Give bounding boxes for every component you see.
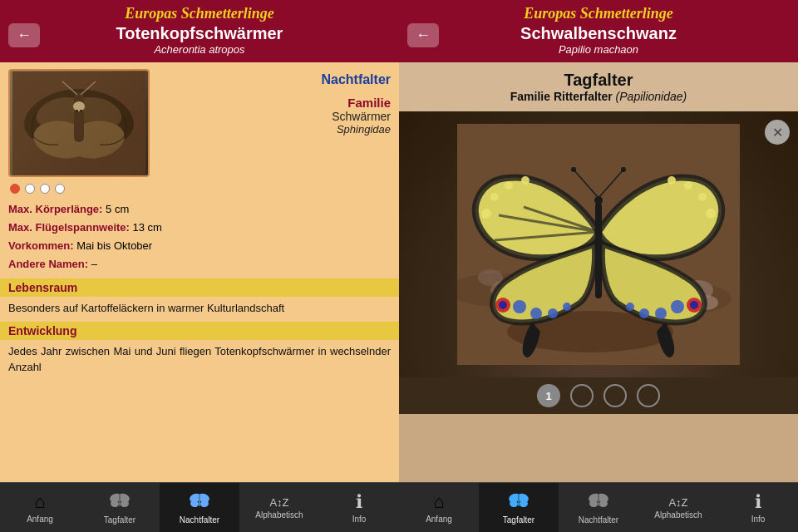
svg-point-34 [521,176,530,185]
left-stat-1: Max. Körperlänge: 5 cm [8,200,391,219]
left-tab-anfang-label: Anfang [27,515,53,524]
close-icon: ✕ [772,125,783,140]
right-tab-anfang-label: Anfang [426,515,452,524]
svg-point-55 [571,167,576,172]
left-tab-nachtfalter[interactable]: Nachtfalter [160,483,239,532]
right-tab-alpha-label: Alphabetisch [654,510,702,520]
left-family-latin: Sphingidae [158,123,391,135]
svg-point-35 [706,209,716,219]
right-tab-info[interactable]: ℹ Info [718,483,798,532]
right-tab-tagfalter[interactable]: Tagfalter [479,483,559,532]
left-section2-text: Jedes Jahr zwischen Mai und Juni fliegen… [8,343,391,376]
right-big-image[interactable]: ✕ [399,111,798,377]
svg-point-32 [490,193,499,201]
svg-point-48 [626,303,634,311]
left-tab-tagfalter[interactable]: Tagfalter [80,483,160,532]
svg-rect-22 [199,495,200,506]
left-section1-header: Lebensraum [0,278,399,297]
svg-point-46 [655,308,667,319]
butterfly-day-icon [109,490,131,514]
left-dot-4[interactable] [55,184,65,194]
left-dots-indicator [10,184,391,194]
left-dot-1[interactable] [10,184,20,194]
right-tab-nachtfalter[interactable]: Nachtfalter [559,483,638,532]
butterfly-background [399,111,798,377]
svg-point-33 [505,181,513,190]
left-tab-alpha-label: Alphabetisch [255,510,303,520]
svg-point-50 [690,301,698,309]
svg-point-31 [481,209,491,219]
svg-rect-17 [119,495,121,506]
svg-rect-66 [598,495,599,506]
left-stat-3-label: Vorkommen: [8,239,74,252]
left-section1-text: Besonders auf Kartoffeläckern in warmer … [8,300,391,317]
left-butterfly-image[interactable] [8,69,150,177]
svg-rect-9 [76,110,78,112]
svg-point-41 [548,308,558,318]
right-dot-3[interactable] [603,384,627,407]
left-tab-alphabetisch[interactable]: A↕Z Alphabetisch [239,483,319,532]
left-content: Nachtfalter Familie Schwärmer Sphingidae… [0,62,399,482]
left-header: Europas Schmetterlinge ← Totenkopfschwär… [0,0,399,62]
right-tab-alphabetisch[interactable]: A↕Z Alphabetisch [638,483,718,532]
right-species-name: Schwalbenschwanz [407,24,790,43]
left-back-button[interactable]: ← [8,23,40,47]
alpha-icon: A↕Z [269,496,288,509]
left-tab-bar: ⌂ Anfang Tagfalter [0,482,399,532]
swallowtail-svg [457,124,740,365]
right-dot-4[interactable] [637,384,660,407]
right-dot-2[interactable] [570,384,594,407]
svg-point-38 [667,176,676,185]
left-type-label: Nachtfalter [158,72,391,87]
right-info-icon: ℹ [755,491,761,513]
left-stat-2-label: Max. Flügelspannweite: [8,221,130,234]
left-stat-4-value: – [91,258,97,270]
left-species-name: Totenkopfschwärmer [8,24,391,43]
left-tab-anfang[interactable]: ⌂ Anfang [0,483,80,532]
svg-rect-10 [80,110,82,112]
left-stat-1-value: 5 cm [106,203,129,215]
right-tab-bar: ⌂ Anfang Tagfalter [399,482,798,532]
left-section2-header: Entwicklung [0,322,399,340]
left-family-name: Schwärmer [158,110,391,123]
left-dot-3[interactable] [40,184,50,194]
left-stat-3: Vorkommen: Mai bis Oktober [8,237,391,255]
left-stat-3-value: Mai bis Oktober [76,239,152,252]
left-info-right: Nachtfalter Familie Schwärmer Sphingidae [158,69,391,177]
svg-point-39 [513,300,526,313]
left-stat-4: Andere Namen: – [8,255,391,273]
left-family-label: Familie [158,96,391,110]
right-tab-anfang[interactable]: ⌂ Anfang [399,483,479,532]
left-stat-4-label: Andere Namen: [8,258,88,270]
right-butterfly-day-icon [508,490,530,514]
right-alpha-icon: A↕Z [668,496,687,509]
svg-point-45 [671,300,684,313]
right-dot-1[interactable]: 1 [537,384,560,407]
svg-point-40 [530,308,542,319]
right-close-button[interactable]: ✕ [765,120,790,145]
svg-rect-61 [518,495,520,506]
left-latin-name: Acherontia atropos [8,43,391,56]
left-family-section: Familie Schwärmer Sphingidae [158,96,391,135]
left-tab-info[interactable]: ℹ Info [319,483,399,532]
left-stats: Max. Körperlänge: 5 cm Max. Flügelspannw… [8,200,391,273]
nachtfalter-icon [189,490,210,514]
left-tab-info-label: Info [352,515,367,524]
moth-svg [12,71,145,175]
svg-point-56 [621,167,626,172]
right-family-name: Familie Ritterfalter [510,90,613,103]
left-tab-tagfalter-label: Tagfalter [104,515,135,525]
left-dot-2[interactable] [25,184,35,194]
svg-point-37 [684,181,692,190]
right-back-button[interactable]: ← [407,23,439,47]
svg-rect-51 [595,203,602,298]
left-stat-2: Max. Flügelspannweite: 13 cm [8,219,391,237]
right-header: Europas Schmetterlinge ← Schwalbenschwan… [399,0,798,62]
svg-point-47 [639,308,649,318]
right-nachtfalter-icon [588,490,609,514]
right-latin-name: Papilio machaon [407,43,790,56]
left-stat-1-label: Max. Körperlänge: [8,203,102,215]
left-panel: Europas Schmetterlinge ← Totenkopfschwär… [0,0,399,532]
home-icon: ⌂ [34,491,45,513]
right-home-icon: ⌂ [433,491,444,513]
